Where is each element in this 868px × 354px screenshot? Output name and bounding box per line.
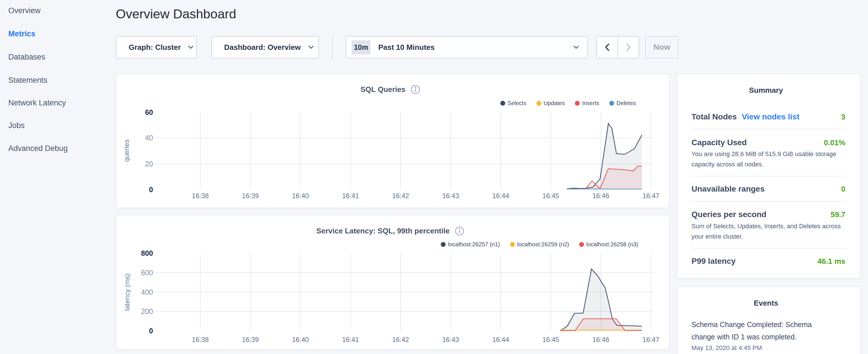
svg-text:400: 400 — [141, 288, 153, 296]
svg-text:20: 20 — [145, 160, 153, 168]
svg-text:queries: queries — [123, 139, 130, 162]
svg-text:16:44: 16:44 — [492, 336, 509, 344]
svg-text:0: 0 — [149, 327, 153, 335]
svg-text:16:40: 16:40 — [292, 336, 309, 344]
svg-text:16:43: 16:43 — [442, 192, 459, 200]
svg-text:16:39: 16:39 — [242, 336, 259, 344]
svg-text:16:40: 16:40 — [292, 192, 309, 200]
svg-text:600: 600 — [141, 269, 153, 277]
svg-text:16:44: 16:44 — [492, 192, 509, 200]
svg-text:16:45: 16:45 — [542, 336, 559, 344]
svg-text:40: 40 — [145, 134, 153, 142]
svg-text:16:46: 16:46 — [592, 192, 609, 200]
svg-text:16:47: 16:47 — [643, 192, 659, 200]
svg-text:16:43: 16:43 — [442, 336, 459, 344]
svg-text:200: 200 — [141, 307, 153, 315]
svg-text:16:41: 16:41 — [342, 192, 359, 200]
svg-text:16:38: 16:38 — [192, 336, 209, 344]
svg-text:latency (ms): latency (ms) — [123, 273, 131, 311]
svg-text:16:45: 16:45 — [542, 192, 559, 200]
svg-text:16:38: 16:38 — [192, 192, 209, 200]
svg-text:0: 0 — [149, 186, 153, 194]
svg-text:60: 60 — [145, 108, 153, 116]
svg-text:16:47: 16:47 — [643, 336, 659, 344]
svg-text:16:41: 16:41 — [342, 336, 359, 344]
svg-text:16:39: 16:39 — [242, 192, 259, 200]
svg-text:800: 800 — [141, 249, 153, 257]
svg-text:16:42: 16:42 — [392, 192, 409, 200]
svg-text:16:46: 16:46 — [592, 336, 609, 344]
svg-text:16:42: 16:42 — [392, 336, 409, 344]
